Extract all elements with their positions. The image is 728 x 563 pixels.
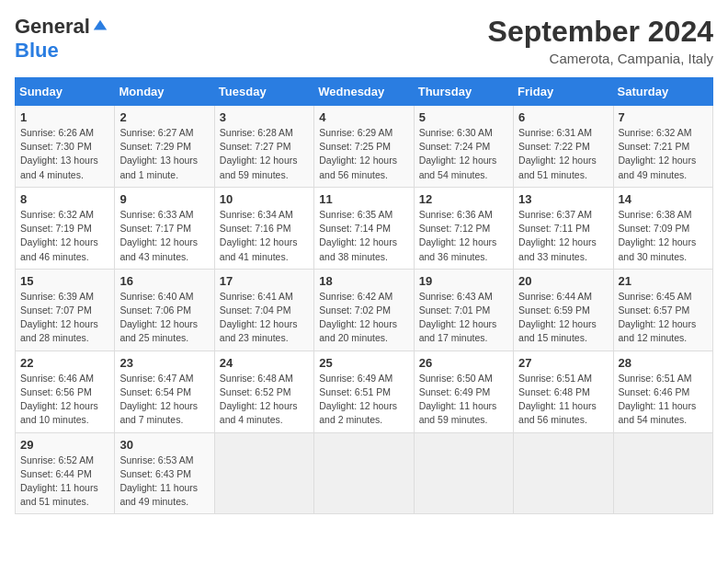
day-info: Sunrise: 6:46 AMSunset: 6:56 PMDaylight:… bbox=[20, 372, 109, 428]
logo-blue: Blue bbox=[15, 39, 59, 63]
calendar-cell: 2Sunrise: 6:27 AMSunset: 7:29 PMDaylight… bbox=[115, 106, 214, 188]
day-info: Sunrise: 6:34 AMSunset: 7:16 PMDaylight:… bbox=[220, 208, 309, 264]
day-info: Sunrise: 6:49 AMSunset: 6:51 PMDaylight:… bbox=[319, 372, 408, 428]
calendar-cell: 20Sunrise: 6:44 AMSunset: 6:59 PMDayligh… bbox=[514, 269, 613, 350]
day-info: Sunrise: 6:48 AMSunset: 6:52 PMDaylight:… bbox=[220, 372, 309, 428]
calendar-cell: 10Sunrise: 6:34 AMSunset: 7:16 PMDayligh… bbox=[214, 187, 313, 269]
day-number: 8 bbox=[20, 192, 109, 206]
day-number: 14 bbox=[619, 192, 708, 206]
header-tuesday: Tuesday bbox=[214, 78, 313, 106]
calendar-cell: 1Sunrise: 6:26 AMSunset: 7:30 PMDaylight… bbox=[16, 106, 115, 188]
calendar-cell bbox=[314, 432, 414, 514]
calendar-cell: 12Sunrise: 6:36 AMSunset: 7:12 PMDayligh… bbox=[414, 187, 513, 269]
day-number: 26 bbox=[419, 356, 508, 370]
day-info: Sunrise: 6:28 AMSunset: 7:27 PMDaylight:… bbox=[220, 126, 309, 182]
calendar-cell: 24Sunrise: 6:48 AMSunset: 6:52 PMDayligh… bbox=[214, 350, 313, 432]
day-number: 29 bbox=[20, 438, 109, 452]
location: Camerota, Campania, Italy bbox=[488, 51, 713, 66]
day-number: 16 bbox=[119, 274, 209, 288]
calendar-week-row: 22Sunrise: 6:46 AMSunset: 6:56 PMDayligh… bbox=[16, 350, 713, 432]
day-info: Sunrise: 6:52 AMSunset: 6:44 PMDaylight:… bbox=[20, 454, 109, 510]
day-number: 27 bbox=[518, 356, 608, 370]
calendar-cell: 6Sunrise: 6:31 AMSunset: 7:22 PMDaylight… bbox=[514, 106, 613, 188]
day-info: Sunrise: 6:26 AMSunset: 7:30 PMDaylight:… bbox=[20, 126, 109, 182]
day-info: Sunrise: 6:30 AMSunset: 7:24 PMDaylight:… bbox=[419, 126, 508, 182]
header-sunday: Sunday bbox=[16, 78, 115, 106]
calendar-cell: 13Sunrise: 6:37 AMSunset: 7:11 PMDayligh… bbox=[514, 187, 613, 269]
day-info: Sunrise: 6:51 AMSunset: 6:48 PMDaylight:… bbox=[518, 372, 608, 428]
day-number: 23 bbox=[119, 356, 209, 370]
day-number: 18 bbox=[319, 274, 408, 288]
calendar-table: Sunday Monday Tuesday Wednesday Thursday… bbox=[15, 77, 713, 514]
day-number: 3 bbox=[220, 110, 309, 124]
day-number: 1 bbox=[20, 110, 109, 124]
day-number: 25 bbox=[319, 356, 408, 370]
month-title: September 2024 bbox=[488, 15, 713, 49]
day-number: 7 bbox=[619, 110, 708, 124]
calendar-header-row: Sunday Monday Tuesday Wednesday Thursday… bbox=[16, 78, 713, 106]
calendar-cell: 28Sunrise: 6:51 AMSunset: 6:46 PMDayligh… bbox=[613, 350, 712, 432]
day-info: Sunrise: 6:32 AMSunset: 7:21 PMDaylight:… bbox=[619, 126, 708, 182]
svg-marker-0 bbox=[94, 20, 107, 30]
day-info: Sunrise: 6:40 AMSunset: 7:06 PMDaylight:… bbox=[119, 290, 209, 346]
day-info: Sunrise: 6:41 AMSunset: 7:04 PMDaylight:… bbox=[220, 290, 309, 346]
calendar-cell: 18Sunrise: 6:42 AMSunset: 7:02 PMDayligh… bbox=[314, 269, 414, 350]
header-saturday: Saturday bbox=[613, 78, 712, 106]
day-number: 11 bbox=[319, 192, 408, 206]
calendar-cell: 7Sunrise: 6:32 AMSunset: 7:21 PMDaylight… bbox=[613, 106, 712, 188]
day-info: Sunrise: 6:27 AMSunset: 7:29 PMDaylight:… bbox=[119, 126, 209, 182]
day-info: Sunrise: 6:42 AMSunset: 7:02 PMDaylight:… bbox=[319, 290, 408, 346]
title-area: September 2024 Camerota, Campania, Italy bbox=[488, 15, 713, 66]
calendar-cell bbox=[613, 432, 712, 514]
day-info: Sunrise: 6:44 AMSunset: 6:59 PMDaylight:… bbox=[518, 290, 608, 346]
calendar-cell: 5Sunrise: 6:30 AMSunset: 7:24 PMDaylight… bbox=[414, 106, 513, 188]
header-wednesday: Wednesday bbox=[314, 78, 414, 106]
day-info: Sunrise: 6:35 AMSunset: 7:14 PMDaylight:… bbox=[319, 208, 408, 264]
header-monday: Monday bbox=[115, 78, 214, 106]
calendar-cell: 17Sunrise: 6:41 AMSunset: 7:04 PMDayligh… bbox=[214, 269, 313, 350]
day-number: 13 bbox=[518, 192, 608, 206]
day-number: 4 bbox=[319, 110, 408, 124]
day-number: 6 bbox=[518, 110, 608, 124]
calendar-week-row: 1Sunrise: 6:26 AMSunset: 7:30 PMDaylight… bbox=[16, 106, 713, 188]
header-friday: Friday bbox=[514, 78, 613, 106]
day-info: Sunrise: 6:39 AMSunset: 7:07 PMDaylight:… bbox=[20, 290, 109, 346]
calendar-cell bbox=[414, 432, 513, 514]
day-number: 19 bbox=[419, 274, 508, 288]
page-header: General Blue September 2024 Camerota, Ca… bbox=[15, 15, 713, 66]
day-number: 17 bbox=[220, 274, 309, 288]
calendar-cell: 3Sunrise: 6:28 AMSunset: 7:27 PMDaylight… bbox=[214, 106, 313, 188]
day-number: 12 bbox=[419, 192, 508, 206]
calendar-cell: 30Sunrise: 6:53 AMSunset: 6:43 PMDayligh… bbox=[115, 432, 214, 514]
day-info: Sunrise: 6:29 AMSunset: 7:25 PMDaylight:… bbox=[319, 126, 408, 182]
day-number: 9 bbox=[119, 192, 209, 206]
calendar-cell bbox=[514, 432, 613, 514]
calendar-cell: 9Sunrise: 6:33 AMSunset: 7:17 PMDaylight… bbox=[115, 187, 214, 269]
calendar-cell: 27Sunrise: 6:51 AMSunset: 6:48 PMDayligh… bbox=[514, 350, 613, 432]
calendar-cell: 8Sunrise: 6:32 AMSunset: 7:19 PMDaylight… bbox=[16, 187, 115, 269]
calendar-cell: 26Sunrise: 6:50 AMSunset: 6:49 PMDayligh… bbox=[414, 350, 513, 432]
day-number: 22 bbox=[20, 356, 109, 370]
header-thursday: Thursday bbox=[414, 78, 513, 106]
day-info: Sunrise: 6:36 AMSunset: 7:12 PMDaylight:… bbox=[419, 208, 508, 264]
calendar-cell: 4Sunrise: 6:29 AMSunset: 7:25 PMDaylight… bbox=[314, 106, 414, 188]
day-info: Sunrise: 6:53 AMSunset: 6:43 PMDaylight:… bbox=[119, 454, 209, 510]
day-number: 28 bbox=[619, 356, 708, 370]
calendar-week-row: 8Sunrise: 6:32 AMSunset: 7:19 PMDaylight… bbox=[16, 187, 713, 269]
calendar-cell: 29Sunrise: 6:52 AMSunset: 6:44 PMDayligh… bbox=[16, 432, 115, 514]
calendar-week-row: 15Sunrise: 6:39 AMSunset: 7:07 PMDayligh… bbox=[16, 269, 713, 350]
day-number: 10 bbox=[220, 192, 309, 206]
day-info: Sunrise: 6:37 AMSunset: 7:11 PMDaylight:… bbox=[518, 208, 608, 264]
day-number: 15 bbox=[20, 274, 109, 288]
calendar-cell: 25Sunrise: 6:49 AMSunset: 6:51 PMDayligh… bbox=[314, 350, 414, 432]
calendar-cell: 15Sunrise: 6:39 AMSunset: 7:07 PMDayligh… bbox=[16, 269, 115, 350]
day-info: Sunrise: 6:32 AMSunset: 7:19 PMDaylight:… bbox=[20, 208, 109, 264]
day-info: Sunrise: 6:33 AMSunset: 7:17 PMDaylight:… bbox=[119, 208, 209, 264]
day-number: 5 bbox=[419, 110, 508, 124]
calendar-cell: 11Sunrise: 6:35 AMSunset: 7:14 PMDayligh… bbox=[314, 187, 414, 269]
day-info: Sunrise: 6:47 AMSunset: 6:54 PMDaylight:… bbox=[119, 372, 209, 428]
day-info: Sunrise: 6:45 AMSunset: 6:57 PMDaylight:… bbox=[619, 290, 708, 346]
calendar-cell bbox=[214, 432, 313, 514]
day-number: 30 bbox=[119, 438, 209, 452]
day-info: Sunrise: 6:43 AMSunset: 7:01 PMDaylight:… bbox=[419, 290, 508, 346]
